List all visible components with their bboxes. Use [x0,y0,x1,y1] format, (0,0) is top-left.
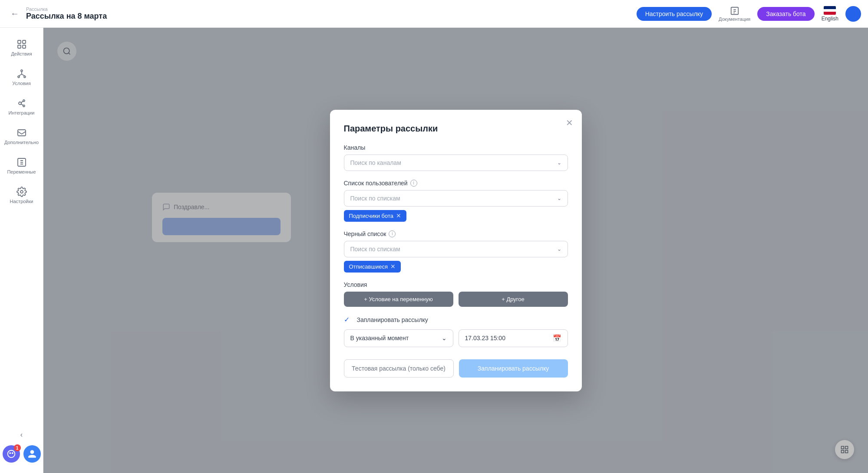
schedule-checkbox-row: ✓ Запланировать рассылку [344,315,568,324]
moment-select[interactable]: В указанный момент ⌄ [344,329,453,347]
test-send-button[interactable]: Тестовая рассылка (только себе) [344,359,454,378]
notification-badge: 1 [14,444,21,451]
user-icon [27,449,37,459]
docs-link[interactable]: Документация [719,6,750,22]
modal-title: Параметры рассылки [344,124,568,134]
conditions-icon [17,69,27,79]
sidebar-item-actions[interactable]: Действия [4,35,39,61]
sidebar-item-conditions[interactable]: Условия [4,64,39,90]
svg-rect-4 [18,40,21,43]
blacklist-info-icon[interactable]: i [389,230,396,237]
header-title-area: Рассылка Рассылка на 8 марта [26,7,637,21]
actions-label: Действия [11,51,32,56]
svg-point-24 [11,452,13,454]
conditions-label: Условия [12,81,30,86]
page-title: Рассылка на 8 марта [26,12,637,21]
svg-line-13 [22,74,25,76]
condition-variable-button[interactable]: + Условие на переменную [344,292,453,307]
lang-label: English [822,16,838,22]
main-content: Поздравле... Параметры рассылки ✕ Каналы… [43,28,868,473]
top-header: ← Рассылка Рассылка на 8 марта Настроить… [0,0,868,28]
conditions-section: Условия + Условие на переменную + Другое [344,281,568,307]
sidebar: Действия Условия Интеграции Дополнительн… [0,28,43,473]
order-bot-button[interactable]: Заказать бота [757,7,814,21]
schedule-section: ✓ Запланировать рассылку В указанный мом… [344,315,568,347]
sidebar-item-variables[interactable]: Переменные [4,153,39,179]
user-list-section: Список пользователей i Поиск по спискам … [344,180,568,222]
user-avatar-sidebar[interactable] [23,445,41,463]
svg-line-12 [19,74,22,76]
modal-footer: Тестовая рассылка (только себе) Запланир… [344,359,568,378]
svg-rect-6 [18,45,21,48]
actions-icon [17,39,27,49]
svg-line-17 [21,101,23,103]
modal-overlay: Параметры рассылки ✕ Каналы Поиск по кан… [43,28,868,473]
conditions-label: Условия [344,281,568,288]
chevron-down-icon: ⌄ [557,160,561,166]
svg-point-9 [18,76,20,78]
blacklist-tag: Отписавшиеся ✕ [344,261,401,273]
back-button[interactable]: ← [7,6,23,22]
svg-rect-7 [23,45,26,48]
schedule-fields: В указанный момент ⌄ 17.03.23 15:00 📅 [344,329,568,347]
blacklist-tag-remove[interactable]: ✕ [390,263,396,269]
sidebar-item-additional[interactable]: Дополнительно [4,123,39,149]
chevron-down-icon: ⌄ [557,195,561,201]
bot-avatar-container: 1 [3,445,20,463]
svg-point-23 [9,452,11,454]
additional-icon [17,128,27,138]
calendar-icon[interactable]: 📅 [553,334,561,342]
channels-label: Каналы [344,144,568,151]
svg-rect-19 [18,130,26,136]
settings-label: Настройки [10,199,33,204]
channels-select[interactable]: Поиск по каналам ⌄ [344,154,568,171]
mailing-params-modal: Параметры рассылки ✕ Каналы Поиск по кан… [330,110,582,391]
sidebar-item-integrations[interactable]: Интеграции [4,94,39,120]
user-list-tag: Подписчики бота ✕ [344,210,407,222]
bot-icon [7,449,16,459]
svg-point-15 [23,100,25,102]
svg-point-14 [19,102,21,105]
flag-icon [824,6,836,15]
language-selector[interactable]: English [822,6,838,22]
integrations-icon [17,98,27,108]
svg-line-18 [21,104,23,106]
variables-icon [17,157,27,168]
integrations-label: Интеграции [9,110,35,115]
blacklist-select[interactable]: Поиск по спискам ⌄ [344,241,568,257]
docs-label: Документация [719,16,750,22]
svg-point-22 [20,191,23,193]
svg-point-16 [23,105,25,107]
svg-rect-5 [23,40,26,43]
checkbox-checked-icon[interactable]: ✓ [344,315,353,324]
svg-point-10 [24,76,26,78]
schedule-send-button[interactable]: Запланировать рассылку [459,359,568,378]
settings-icon [17,187,27,197]
schedule-label: Запланировать рассылку [357,316,428,323]
user-list-info-icon[interactable]: i [410,180,417,187]
blacklist-section: Черный список i Поиск по спискам ⌄ Отпис… [344,230,568,273]
channels-section: Каналы Поиск по каналам ⌄ [344,144,568,171]
user-list-select[interactable]: Поиск по спискам ⌄ [344,190,568,207]
sidebar-bottom: ‹ 1 [0,424,43,466]
collapse-button[interactable]: ‹ [15,428,29,442]
avatar-group: 1 [3,445,41,463]
blacklist-label: Черный список i [344,230,568,237]
modal-close-button[interactable]: ✕ [566,118,573,127]
additional-label: Дополнительно [4,140,39,145]
user-avatar[interactable] [845,6,861,22]
variables-label: Переменные [7,169,36,174]
chevron-down-icon: ⌄ [557,246,561,252]
conditions-buttons-row: + Условие на переменную + Другое [344,292,568,307]
breadcrumb: Рассылка [26,7,637,12]
datetime-picker[interactable]: 17.03.23 15:00 📅 [459,329,568,347]
user-list-label: Список пользователей i [344,180,568,187]
configure-button[interactable]: Настроить рассылку [637,7,712,21]
moment-chevron-icon: ⌄ [442,335,447,342]
condition-other-button[interactable]: + Другое [459,292,568,307]
svg-point-8 [21,70,23,72]
user-list-tag-remove[interactable]: ✕ [396,213,401,219]
header-actions: Настроить рассылку Документация Заказать… [637,6,861,22]
sidebar-item-settings[interactable]: Настройки [4,182,39,208]
